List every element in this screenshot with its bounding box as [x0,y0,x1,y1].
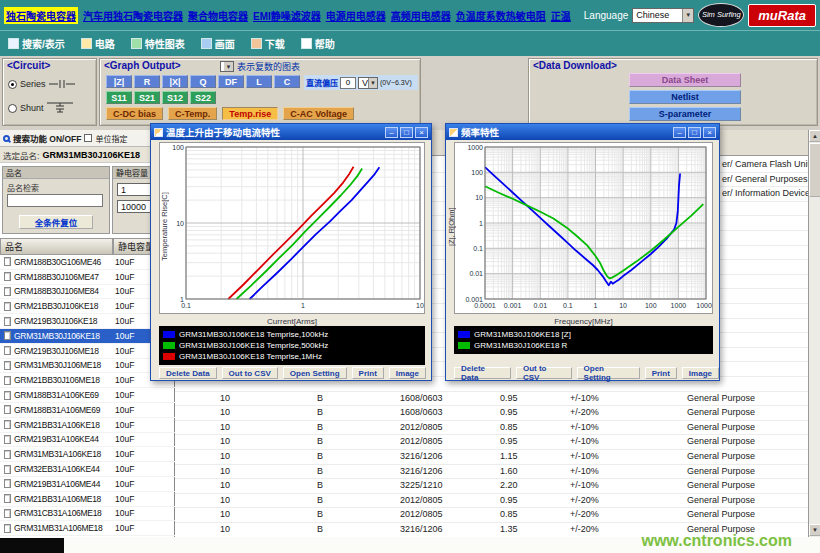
print-button[interactable]: Print [645,367,677,379]
dc-bias-input[interactable]: 0 [340,77,356,89]
graph-param-button[interactable]: DF [218,75,244,88]
unit-checkbox[interactable] [84,134,92,142]
table-row[interactable]: 10B3216/12061.15+/-10%General Purpose [175,450,808,465]
s-parameter-button[interactable]: S-parameter [629,107,741,121]
part-row[interactable]: GRM21BB31A106KE1810uF [0,418,175,433]
graph-param-button[interactable]: L [246,75,272,88]
part-row[interactable]: GRM188B31A106ME6910uF [0,403,175,418]
table-row[interactable]: 10B2012/08050.85+/-10%General Purpose [175,421,808,436]
graph-char-button[interactable]: C-DC bias [106,107,163,120]
toolbar-item[interactable]: 画面 [201,36,235,51]
top-nav-item[interactable]: 汽车用独石陶瓷电容器 [83,8,183,23]
graph-param-button[interactable]: Q [190,75,216,88]
frequency-titlebar[interactable]: 频率特性 –□× [446,124,719,140]
part-row[interactable]: GRM31MB30J106ME1810uF [0,359,175,374]
part-list-header: 品名 静电容量 [0,238,175,255]
top-nav-item[interactable]: 独石陶瓷电容器 [4,7,78,24]
delete-data-button[interactable]: Delete Data [159,367,217,379]
graph-param-button[interactable]: R [134,75,160,88]
graph-sparam-button[interactable]: S12 [162,91,188,104]
scroll-down-arrow[interactable]: ▼ [809,524,820,536]
series-option[interactable]: Series [8,79,75,89]
series-radio[interactable] [8,80,17,89]
image-button[interactable]: Image [389,367,426,379]
close-button[interactable]: × [703,127,716,138]
graph-sparam-button[interactable]: S21 [134,91,160,104]
toolbar-item[interactable]: 电路 [81,36,115,51]
minimize-button[interactable]: – [673,127,686,138]
close-button[interactable]: × [415,127,428,138]
top-nav-item[interactable]: 聚合物电容器 [188,8,248,23]
table-row[interactable]: 10B2012/08050.85+/-20%General Purpose [175,508,808,523]
part-row[interactable]: GRM21BB30J106KE1810uF [0,299,175,314]
reset-conditions-button[interactable]: 全条件复位 [19,215,93,229]
dc-bias-unit-select[interactable]: V ▼ [358,77,378,89]
table-cell: 0.85 [500,509,518,519]
graph-sparam-button[interactable]: S11 [106,91,132,104]
table-row[interactable]: 10B3216/12061.60+/-10%General Purpose [175,465,808,480]
print-button[interactable]: Print [352,367,384,379]
dc-bias-range: (0V~6.3V) [380,79,412,86]
part-row[interactable]: GRM188B30J106ME8410uF [0,285,175,300]
out-to-csv-button[interactable]: Out to CSV [222,367,278,379]
maximize-button[interactable]: □ [400,127,413,138]
toolbar-item[interactable]: 特性图表 [131,36,185,51]
minimize-button[interactable]: – [385,127,398,138]
part-row[interactable]: GRM21BB31A106ME1810uF [0,492,175,507]
top-nav-item[interactable]: 负温度系数热敏电阻 [456,8,546,23]
graph-char-button[interactable]: C-Temp. [168,107,217,120]
top-nav-item[interactable]: EMI静噪滤波器 [253,8,321,23]
graph-sparam-button[interactable]: S22 [190,91,216,104]
table-row[interactable]: 10B3225/12102.20+/-10%General Purpose [175,479,808,494]
netlist-button[interactable]: Netlist [629,90,741,104]
part-search-input[interactable] [7,194,103,207]
part-row[interactable]: GRM219B31A106ME4410uF [0,477,175,492]
out-to-csv-button[interactable]: Out to CSV [516,367,572,379]
part-row[interactable]: GRM219B30J106ME1810uF [0,344,175,359]
part-row[interactable]: GRM219B31A106KE4410uF [0,433,175,448]
top-nav-item[interactable]: 电源用电感器 [326,8,386,23]
search-onoff-bar[interactable]: 搜索功能 ON/OFF 单位指定 [0,130,174,147]
part-row[interactable]: GRM219B30J106KE1810uF [0,314,175,329]
vertical-scrollbar[interactable]: ▲ ▼ [808,130,820,537]
maximize-button[interactable]: □ [688,127,701,138]
part-row[interactable]: GRM188B30J106ME4710uF [0,270,175,285]
part-row[interactable]: GRM188B31A106KE6910uF [0,388,175,403]
scroll-up-arrow[interactable]: ▲ [809,130,820,142]
temp-rise-titlebar[interactable]: 温度上升由于移动电流特性 –□× [151,124,431,140]
part-row[interactable]: GRM31MB31A106KE1810uF [0,447,175,462]
part-row[interactable]: GRM31MB30J106KE1810uF [0,329,175,344]
table-row[interactable]: 10B2012/08050.95+/-20%General Purpose [175,494,808,509]
part-row[interactable]: GRM21BB30J106ME1810uF [0,373,175,388]
graph-param-button[interactable]: C [274,75,300,88]
part-row[interactable]: GRM31CB31A106ME1810uF [0,507,175,522]
shunt-option[interactable]: Shunt [8,101,73,115]
shunt-radio[interactable] [8,104,17,113]
part-row[interactable]: GRM31MB31A106ME1810uF [0,521,175,536]
graph-char-button[interactable]: C-AC Voltage [283,107,354,120]
table-row[interactable]: 10B1608/06030.95+/-10%General Purpose [175,392,808,407]
open-setting-button[interactable]: Open Setting [577,367,640,379]
language-select[interactable]: Chinese ▼ [632,8,694,23]
graph-char-button[interactable]: Temp.rise [222,107,278,120]
graph-param-button[interactable]: |X| [162,75,188,88]
table-row[interactable]: 10B1608/06030.95+/-20%General Purpose [175,406,808,421]
toolbar-item[interactable]: 搜索/表示 [8,36,65,51]
delete-data-button[interactable]: Delete Data [454,367,511,379]
graph-param-button[interactable]: |Z| [106,75,132,88]
table-row[interactable]: 10B2012/08050.95+/-10%General Purpose [175,435,808,450]
column-header-part[interactable]: 品名 [0,238,113,255]
complex-graph-dropdown[interactable]: ▼ [220,61,234,72]
part-row[interactable]: GRM188B30G106ME4610uF [0,255,175,270]
toolbar-item[interactable]: 帮助 [301,36,335,51]
top-nav-item[interactable]: 高频用电感器 [391,8,451,23]
toolbar-item-label: 特性图表 [145,36,185,51]
open-setting-button[interactable]: Open Setting [283,367,347,379]
image-button[interactable]: Image [682,367,719,379]
part-row[interactable]: GRM32EB31A106KE4410uF [0,462,175,477]
complex-graph-control[interactable]: ▼ 表示复数的图表 [220,60,300,73]
top-nav-item[interactable]: 正温 [551,8,571,23]
scrollbar-thumb[interactable] [809,143,820,197]
toolbar-item[interactable]: 下载 [251,36,285,51]
data-download-panel: <Data Download> Data SheetNetlistS-param… [528,58,818,126]
